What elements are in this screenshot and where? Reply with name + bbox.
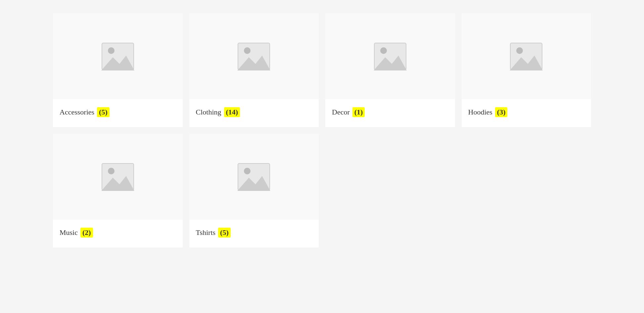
placeholder-icon-accessories (101, 42, 134, 70)
placeholder-icon-decor (374, 42, 407, 70)
category-image-hoodies (462, 13, 591, 99)
category-name-music: Music (60, 228, 78, 237)
category-label-decor: Decor (1) (325, 99, 371, 127)
category-grid-row2: Music (2) Tshirts (5) (53, 134, 591, 247)
category-grid-row1: Accessories (5) Clothing (14) (53, 13, 591, 127)
category-count-decor: (1) (352, 107, 365, 117)
category-label-music: Music (2) (53, 220, 100, 247)
svg-point-7 (380, 47, 387, 54)
svg-point-16 (244, 168, 251, 174)
placeholder-icon-clothing (237, 42, 270, 70)
category-name-decor: Decor (332, 108, 350, 116)
category-image-decor (325, 13, 455, 99)
category-card-empty-1 (325, 134, 455, 247)
category-count-clothing: (14) (224, 107, 240, 117)
svg-point-10 (516, 47, 523, 54)
svg-point-1 (108, 47, 115, 54)
placeholder-icon-music (101, 163, 134, 191)
category-label-accessories: Accessories (5) (53, 99, 116, 127)
category-count-music: (2) (80, 228, 93, 238)
svg-point-13 (108, 168, 115, 174)
category-image-accessories (53, 13, 183, 99)
category-name-hoodies: Hoodies (468, 108, 492, 116)
category-name-tshirts: Tshirts (196, 228, 216, 237)
category-image-tshirts (189, 134, 319, 220)
category-label-clothing: Clothing (14) (189, 99, 247, 127)
page-container: Accessories (5) Clothing (14) (0, 0, 644, 261)
category-card-music[interactable]: Music (2) (53, 134, 183, 247)
svg-point-4 (244, 47, 251, 54)
category-name-clothing: Clothing (196, 108, 221, 116)
category-card-clothing[interactable]: Clothing (14) (189, 13, 319, 127)
category-image-clothing (189, 13, 319, 99)
category-count-hoodies: (3) (495, 107, 508, 117)
category-card-accessories[interactable]: Accessories (5) (53, 13, 183, 127)
category-label-tshirts: Tshirts (5) (189, 220, 237, 247)
category-card-empty-2 (462, 134, 591, 247)
category-count-accessories: (5) (97, 107, 110, 117)
placeholder-icon-tshirts (237, 163, 270, 191)
category-image-music (53, 134, 183, 220)
category-card-hoodies[interactable]: Hoodies (3) (462, 13, 591, 127)
category-label-hoodies: Hoodies (3) (462, 99, 514, 127)
category-count-tshirts: (5) (218, 228, 231, 238)
placeholder-icon-hoodies (510, 42, 543, 70)
category-card-tshirts[interactable]: Tshirts (5) (189, 134, 319, 247)
category-name-accessories: Accessories (60, 108, 94, 116)
category-card-decor[interactable]: Decor (1) (325, 13, 455, 127)
